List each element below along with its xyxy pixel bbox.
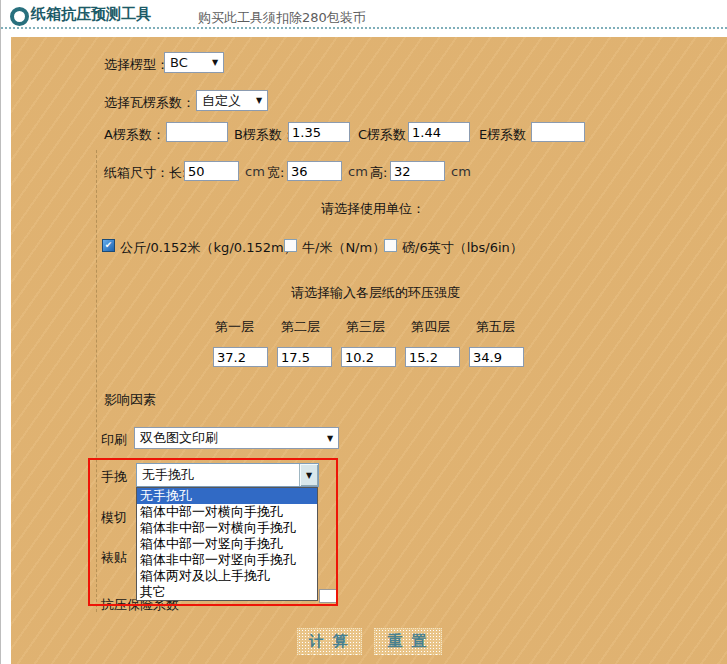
purchase-notice: 购买此工具须扣除280包装币 bbox=[198, 9, 366, 27]
width-label: 宽: bbox=[267, 164, 284, 182]
factors-title: 影响因素 bbox=[104, 391, 156, 409]
coeff-c-input[interactable] bbox=[408, 122, 470, 142]
reset-button[interactable]: 重 置 bbox=[374, 628, 442, 655]
layer4-header: 第四层 bbox=[411, 318, 450, 336]
printing-label: 印刷 bbox=[101, 431, 127, 449]
flute-type-label: 选择楞型： bbox=[104, 56, 169, 74]
unit-newton-checkbox[interactable]: ✔ bbox=[284, 239, 297, 252]
handle-options-list: 无手挽孔 箱体中部一对横向手挽孔 箱体非中部一对横向手挽孔 箱体中部一对竖向手挽… bbox=[136, 487, 318, 601]
printing-value: 双色图文印刷 bbox=[135, 429, 322, 447]
page-title: 纸箱抗压预测工具 bbox=[31, 5, 151, 24]
chevron-down-icon[interactable]: ▼ bbox=[251, 96, 267, 105]
flute-coeff-label: 选择瓦楞系数： bbox=[104, 94, 195, 112]
handle-option-1[interactable]: 箱体中部一对横向手挽孔 bbox=[137, 504, 317, 520]
obscured-widget-fragment bbox=[319, 589, 337, 603]
flute-coeff-select[interactable]: 自定义 ▼ bbox=[196, 90, 268, 111]
layer5-header: 第五层 bbox=[476, 318, 515, 336]
dimensions-label: 纸箱尺寸： bbox=[104, 164, 169, 182]
header-bar: 纸箱抗压预测工具 购买此工具须扣除280包装币 bbox=[1, 0, 727, 29]
unit-kg-checkbox[interactable]: ✔ bbox=[102, 239, 115, 252]
printing-select[interactable]: 双色图文印刷 ▼ bbox=[134, 427, 339, 449]
height-input[interactable] bbox=[390, 161, 445, 181]
layer1-input[interactable] bbox=[213, 347, 268, 367]
coeff-a-input[interactable] bbox=[166, 122, 228, 142]
layer4-input[interactable] bbox=[405, 347, 460, 367]
die-cut-label: 模切 bbox=[101, 509, 127, 527]
handle-option-6[interactable]: 其它 bbox=[137, 584, 317, 600]
unit-lbs-checkbox[interactable]: ✔ bbox=[384, 239, 397, 252]
length-input[interactable] bbox=[184, 161, 239, 181]
flute-type-value: BC bbox=[165, 55, 207, 70]
handle-option-5[interactable]: 箱体两对及以上手挽孔 bbox=[137, 568, 317, 584]
handle-option-2[interactable]: 箱体非中部一对横向手挽孔 bbox=[137, 520, 317, 536]
length-unit: cm bbox=[245, 164, 265, 179]
chevron-down-icon[interactable]: ▼ bbox=[299, 464, 318, 486]
ring-logo-icon bbox=[10, 7, 29, 26]
handle-option-3[interactable]: 箱体中部一对竖向手挽孔 bbox=[137, 536, 317, 552]
width-unit: cm bbox=[348, 164, 368, 179]
height-unit: cm bbox=[451, 164, 471, 179]
layer5-input[interactable] bbox=[469, 347, 524, 367]
handle-label: 手挽 bbox=[101, 468, 127, 486]
layer3-header: 第三层 bbox=[346, 318, 385, 336]
calculate-button[interactable]: 计 算 bbox=[297, 628, 362, 655]
unit-kg-label: 公斤/0.152米（kg/0.152m） bbox=[120, 239, 297, 257]
handle-select[interactable]: 无手挽孔 ▼ bbox=[136, 463, 319, 487]
check-icon: ✔ bbox=[105, 241, 113, 250]
layer3-input[interactable] bbox=[341, 347, 396, 367]
handle-option-4[interactable]: 箱体非中部一对竖向手挽孔 bbox=[137, 552, 317, 568]
dashed-guide-line bbox=[96, 150, 97, 612]
ring-crush-prompt: 请选择输入各层纸的环压强度 bbox=[291, 284, 460, 302]
layer1-header: 第一层 bbox=[215, 318, 254, 336]
handle-value: 无手挽孔 bbox=[137, 466, 299, 484]
chevron-down-icon[interactable]: ▼ bbox=[207, 58, 223, 67]
height-label: 高: bbox=[370, 164, 387, 182]
flute-type-select[interactable]: BC ▼ bbox=[164, 52, 224, 73]
unit-lbs-label: 磅/6英寸（lbs/6in） bbox=[402, 239, 523, 257]
layer2-input[interactable] bbox=[277, 347, 332, 367]
coeff-b-input[interactable] bbox=[288, 122, 350, 142]
handle-option-0[interactable]: 无手挽孔 bbox=[137, 488, 317, 504]
unit-prompt: 请选择使用单位： bbox=[321, 200, 425, 218]
coeff-a-label: A楞系数： bbox=[104, 126, 165, 144]
laminate-label: 裱贴 bbox=[101, 549, 127, 567]
coeff-e-input[interactable] bbox=[531, 122, 585, 142]
layer2-header: 第二层 bbox=[281, 318, 320, 336]
chevron-down-icon[interactable]: ▼ bbox=[322, 434, 338, 443]
flute-coeff-value: 自定义 bbox=[197, 92, 251, 110]
coeff-b-label: B楞系数： bbox=[234, 126, 295, 144]
unit-newton-label: 牛/米（N/m） bbox=[302, 239, 385, 257]
carton-compression-tool-window: 纸箱抗压预测工具 购买此工具须扣除280包装币 选择楞型： BC ▼ 选择瓦楞系… bbox=[0, 0, 727, 664]
width-input[interactable] bbox=[287, 161, 342, 181]
